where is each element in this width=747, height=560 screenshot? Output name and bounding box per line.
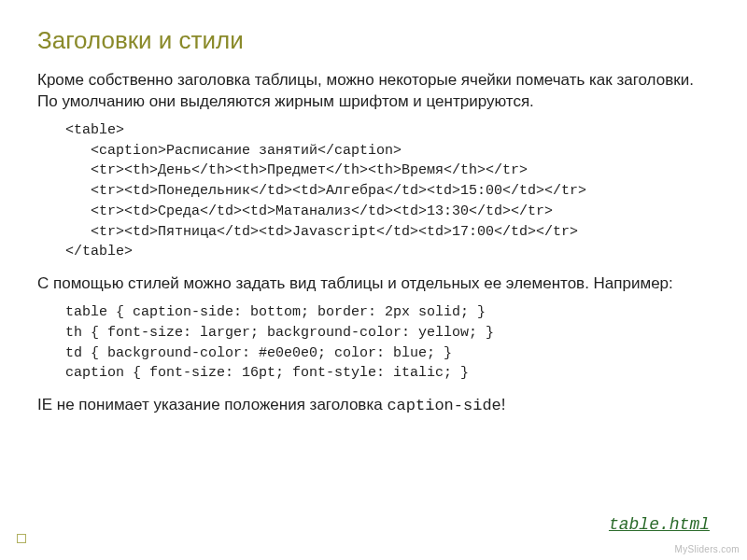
code-block-html: <table> <caption>Расписание занятий</cap…	[65, 120, 710, 262]
example-link[interactable]: table.html	[609, 515, 710, 534]
page-title: Заголовки и стили	[37, 26, 710, 55]
ie-note-prefix: IE не понимает указание положения заголо…	[37, 396, 387, 413]
example-link-row: table.html	[609, 515, 710, 534]
ie-note: IE не понимает указание положения заголо…	[37, 395, 710, 417]
code-block-css: table { caption-side: bottom; border: 2p…	[65, 302, 710, 384]
watermark-text: MySliders.com	[675, 544, 740, 554]
intro-paragraph: Кроме собственно заголовка таблицы, можн…	[37, 70, 710, 113]
styles-paragraph: С помощью стилей можно задать вид таблиц…	[37, 273, 710, 295]
ie-note-suffix: !	[501, 396, 506, 413]
slide-marker-icon	[17, 534, 26, 543]
ie-note-code: caption-side	[387, 397, 500, 414]
